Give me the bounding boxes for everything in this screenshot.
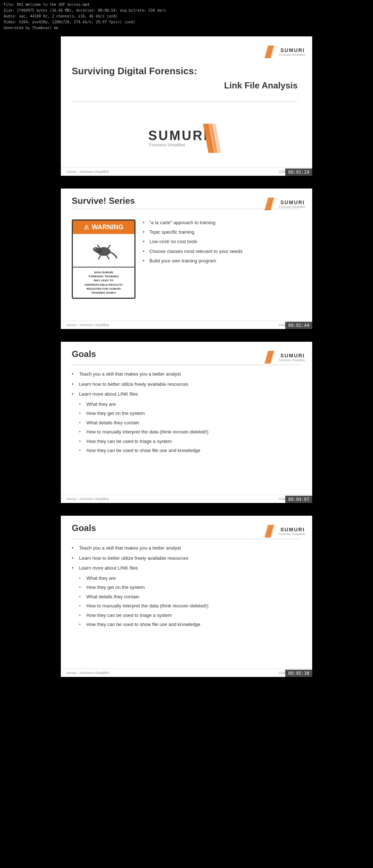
- slide4-sub-bullet-2: How they get on the system: [79, 584, 301, 591]
- slide4-sub-bullet-3: What details they contain: [79, 593, 301, 601]
- slide2-footer: Sumuri - Forensics Simplified ©2014 Sumu…: [61, 321, 312, 329]
- slide4-bullet-1: Teach you a skill that makes you a bette…: [72, 544, 301, 552]
- slide-3: SUMURI Forensics Simplified Goals Teach …: [61, 342, 312, 503]
- slide-2: SUMURI Forensics Simplified Survive! Ser…: [61, 189, 312, 329]
- warning-header: ⚠ WARNING: [73, 221, 134, 234]
- gap-3: [0, 507, 373, 512]
- svg-line-15: [107, 255, 109, 259]
- slide4-logo-tagline: Forensics Simplified: [279, 532, 305, 536]
- slide4-sub-bullet-5: How they can be used to triage a system: [79, 612, 301, 619]
- slide4-timestamp: 00:05:30: [285, 670, 312, 677]
- slide1-footer-left: Sumuri - Forensics Simplified: [66, 170, 109, 174]
- warning-line4: UNPREDICABLE RESULTS!: [76, 283, 131, 287]
- slide3-sub-bullet-4: How to manually interpret the data (thin…: [79, 428, 301, 436]
- slide3-logo: SUMURI Forensics Simplified: [261, 349, 305, 365]
- slide4-goals-list: Teach you a skill that makes you a bette…: [72, 544, 301, 572]
- slide3-sub-list: What they are How they get on the system…: [79, 401, 301, 454]
- slide1-center-logo: SUMURI Forensics Simplified: [72, 109, 298, 164]
- logo-tagline: Forensics Simplified: [279, 53, 305, 56]
- slide3-goals-list: Teach you a skill that makes you a bette…: [72, 370, 301, 398]
- file-info-panel: File: 001 Welcome to the SDF Series.mp4 …: [0, 0, 373, 33]
- svg-text:SUMURI: SUMURI: [148, 128, 209, 143]
- warning-box: ⚠ WARNING: [72, 219, 136, 299]
- slide2-bullet-3: Low cost/ no cost tools: [143, 238, 243, 245]
- slide3-logo-brand: SUMURI: [279, 353, 305, 358]
- slide3-bullet-1: Teach you a skill that makes you a bette…: [72, 370, 301, 378]
- slide3-sumuri-slash-icon: [261, 349, 277, 365]
- svg-text:Forensics Simplified: Forensics Simplified: [149, 143, 185, 147]
- slide3-sub-bullet-6: How they can be used to show file use an…: [79, 447, 301, 454]
- slide2-bullet-5: Build your own training program: [143, 258, 243, 264]
- warning-line3: MAY LEAD TO: [76, 278, 131, 282]
- slide2-footer-left: Sumuri - Forensics Simplified: [66, 323, 109, 327]
- gap-2: [0, 333, 373, 338]
- slide2-timestamp: 00:02:44: [285, 322, 312, 329]
- sumuri-slash-icon: [261, 44, 277, 60]
- slide2-logo-tagline: Forensics Simplified: [279, 205, 305, 209]
- warning-image-area: [73, 234, 134, 267]
- file-info-line3: Audio: aac, 44100 Hz, 2 channels, s16, 4…: [4, 13, 369, 19]
- warning-text-area: NON-SUMURI FORENSIC TRAINING MAY LEAD TO…: [73, 267, 134, 298]
- slide-3-wrapper: SUMURI Forensics Simplified Goals Teach …: [0, 338, 373, 507]
- slide4-footer: Sumuri - Forensics Simplified ©2014 Sumu…: [61, 669, 312, 677]
- file-info-line4: Video: h264, yuv420p, 1280x720, 274 kb/s…: [4, 19, 369, 25]
- slide2-bullet-1: "a la carte" approach to training: [143, 219, 243, 226]
- slide1-footer: Sumuri - Forensics Simplified ©2015 Sumu…: [61, 167, 312, 176]
- slide2-bullets: "a la carte" approach to training Topic …: [143, 219, 243, 299]
- slide1-logo: SUMURI Forensics Simplified: [261, 44, 305, 60]
- slide2-content: ⚠ WARNING: [61, 212, 312, 306]
- slide3-timestamp: 00:04:07: [285, 496, 312, 503]
- slide-1: SUMURI Forensics Simplified Surviving Di…: [61, 36, 312, 176]
- slide1-title-line2: Link File Analysis: [72, 80, 298, 91]
- slide4-sub-list: What they are How they get on the system…: [79, 575, 301, 628]
- svg-point-13: [94, 248, 95, 249]
- warning-line6: TRAINING NOW!!!: [76, 291, 131, 295]
- slide4-sub-bullet-1: What they are: [79, 575, 301, 582]
- slide3-bullet-2: Learn how to better utilize freely avail…: [72, 381, 301, 388]
- slide3-footer-left: Sumuri - Forensics Simplified: [66, 497, 109, 501]
- slide3-sub-bullet-1: What they are: [79, 401, 301, 408]
- slide2-bullet-4: Choose classes most relevant to your nee…: [143, 248, 243, 255]
- slide4-bullet-3: Learn more about LINK files: [72, 564, 301, 572]
- warning-line5: REGISTER FOR SUMURI: [76, 287, 131, 291]
- slide3-sub-bullet-3: What details they contain: [79, 419, 301, 427]
- lizard-icon: [89, 238, 118, 263]
- warning-label: WARNING: [92, 223, 123, 231]
- svg-line-14: [98, 255, 101, 259]
- slide4-sub-bullet-4: How to manually interpret the data (thin…: [79, 602, 301, 610]
- slide4-sub-bullet-6: How they can be used to show file use an…: [79, 621, 301, 628]
- slide4-bullet-2: Learn how to better utilize freely avail…: [72, 555, 301, 562]
- logo-brand: SUMURI: [279, 47, 305, 53]
- slide-4-wrapper: SUMURI Forensics Simplified Goals Teach …: [0, 512, 373, 681]
- file-info-line5: Generated by Thumbnail me: [4, 25, 369, 31]
- warning-triangle-icon: ⚠: [84, 224, 89, 231]
- sumuri-center-logo-icon: SUMURI Forensics Simplified: [145, 120, 225, 156]
- slide1-timestamp: 00:01:24: [285, 169, 312, 176]
- slide4-logo-brand: SUMURI: [279, 527, 305, 532]
- slide3-logo-tagline: Forensics Simplified: [279, 358, 305, 362]
- gap-1: [0, 179, 373, 185]
- slide4-sumuri-slash-icon: [261, 523, 277, 539]
- slide2-bullet-2: Topic specific training: [143, 229, 243, 235]
- slide3-footer: Sumuri - Forensics Simplified ©2014 Sumu…: [61, 495, 312, 503]
- file-info-line2: Size: 17469975 bytes (16.66 MB), duratio…: [4, 8, 369, 13]
- slide-4: SUMURI Forensics Simplified Goals Teach …: [61, 516, 312, 677]
- slide-2-wrapper: SUMURI Forensics Simplified Survive! Ser…: [0, 185, 373, 333]
- slide4-logo: SUMURI Forensics Simplified: [261, 523, 305, 539]
- svg-point-11: [93, 247, 99, 251]
- slide4-footer-left: Sumuri - Forensics Simplified: [66, 671, 109, 675]
- slide1-title-line1: Surviving Digital Forensics:: [72, 66, 298, 77]
- warning-line1: NON-SUMURI: [76, 270, 131, 274]
- slide-1-wrapper: SUMURI Forensics Simplified Surviving Di…: [0, 33, 373, 179]
- slide3-bullet-3: Learn more about LINK files: [72, 391, 301, 398]
- bottom-padding: [0, 681, 373, 686]
- slide3-sub-bullet-2: How they get on the system: [79, 410, 301, 417]
- slide3-sub-bullet-5: How they can be used to triage a system: [79, 438, 301, 445]
- slide1-divider: [72, 102, 298, 102]
- slide2-logo: SUMURI Forensics Simplified: [261, 196, 305, 212]
- svg-line-17: [107, 245, 110, 249]
- slide2-sumuri-slash-icon: [261, 196, 277, 212]
- warning-line2: FORENSIC TRAINING: [76, 274, 131, 278]
- slide2-logo-brand: SUMURI: [279, 199, 305, 205]
- file-info-line1: File: 001 Welcome to the SDF Series.mp4: [4, 2, 369, 8]
